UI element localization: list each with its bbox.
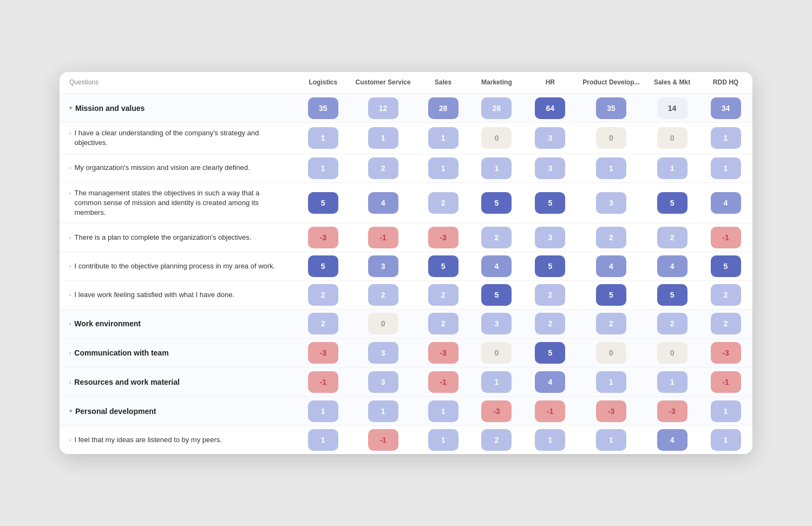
value-chip: 3: [368, 342, 398, 364]
question-cell-1: • I have a clear understanding of the co…: [60, 123, 296, 154]
value-cell-r7-c0: 2: [296, 310, 350, 339]
section-toggle[interactable]: › Communication with team: [69, 348, 169, 359]
value-cell-r5-c3: 4: [470, 252, 523, 281]
question-cell-10[interactable]: ▾ Personal development: [60, 397, 296, 426]
value-chip: 4: [481, 255, 512, 277]
value-cell-r11-c4: 1: [523, 426, 577, 455]
value-cell-r9-c2: -1: [416, 367, 470, 397]
value-chip: 12: [368, 97, 398, 119]
value-chip: -1: [711, 371, 741, 393]
value-chip: 5: [308, 192, 338, 214]
value-cell-r7-c5: 2: [577, 310, 645, 339]
value-chip: 1: [596, 157, 626, 179]
question-cell-7[interactable]: › Work environment: [60, 310, 296, 339]
sub-question-row: • My organization's mission and vision a…: [60, 154, 752, 182]
sub-question-row: • There is a plan to complete the organi…: [60, 223, 752, 252]
value-cell-r9-c1: 3: [350, 367, 416, 397]
value-cell-r8-c6: 0: [645, 338, 699, 367]
value-chip: 1: [428, 400, 459, 422]
data-table: Questions LogisticsCustomer ServiceSales…: [60, 72, 752, 455]
value-chip: 1: [428, 127, 459, 149]
section-label: Mission and values: [75, 103, 145, 114]
value-chip: 3: [368, 255, 398, 277]
sub-question-text: • I contribute to the objective planning…: [69, 261, 286, 271]
value-chip: 2: [428, 192, 459, 214]
value-cell-r6-c0: 2: [296, 281, 350, 310]
value-cell-r9-c3: 1: [470, 367, 523, 397]
value-cell-r1-c3: 0: [470, 123, 523, 154]
section-toggle[interactable]: › Work environment: [69, 319, 141, 330]
question-cell-9[interactable]: › Resources and work material: [60, 367, 296, 397]
value-chip: 5: [481, 284, 512, 306]
value-cell-r6-c7: 2: [699, 281, 752, 310]
value-chip: 64: [535, 97, 565, 119]
value-chip: 0: [481, 127, 512, 149]
section-label: Resources and work material: [74, 377, 180, 388]
sub-question-text: • There is a plan to complete the organi…: [69, 233, 286, 242]
value-cell-r5-c1: 3: [350, 252, 416, 281]
value-chip: 26: [481, 97, 512, 119]
question-text: I leave work feeling satisfied with what…: [75, 290, 235, 300]
value-chip: 1: [711, 429, 741, 451]
bullet-icon: •: [69, 165, 71, 172]
question-text: I feel that my ideas are listened to by …: [75, 435, 222, 445]
value-cell-r5-c7: 5: [699, 252, 752, 281]
value-chip: -3: [657, 400, 687, 422]
question-cell-8[interactable]: › Communication with team: [60, 338, 296, 367]
sub-question-row: • I feel that my ideas are listened to b…: [60, 426, 752, 455]
value-cell-r4-c6: 2: [645, 223, 699, 252]
value-chip: 1: [308, 400, 338, 422]
question-cell-11: • I feel that my ideas are listened to b…: [60, 426, 296, 455]
value-chip: 0: [368, 313, 398, 334]
value-cell-r9-c7: -1: [699, 367, 752, 397]
section-toggle[interactable]: › Resources and work material: [69, 377, 180, 388]
value-cell-r6-c6: 5: [645, 281, 699, 310]
value-chip: 2: [711, 313, 741, 334]
value-chip: 1: [596, 429, 626, 451]
value-cell-r10-c6: -3: [645, 397, 699, 426]
section-label: Personal development: [75, 406, 156, 417]
col-header-6: Sales & Mkt: [645, 72, 699, 94]
table-wrapper: Questions LogisticsCustomer ServiceSales…: [60, 72, 752, 455]
col-header-0: Logistics: [296, 72, 350, 94]
value-chip: 2: [657, 313, 687, 334]
bullet-icon: •: [69, 263, 71, 271]
value-cell-r5-c4: 5: [523, 252, 577, 281]
col-header-5: Product Develop...: [577, 72, 645, 94]
value-chip: -1: [368, 429, 398, 451]
question-cell-0[interactable]: ▾ Mission and values: [60, 94, 296, 123]
section-toggle[interactable]: ▾ Mission and values: [69, 103, 145, 114]
value-chip: 5: [428, 255, 459, 277]
section-row: › Work environment 20232222: [60, 310, 752, 339]
value-chip: 2: [428, 313, 459, 334]
value-chip: -1: [428, 371, 459, 393]
value-chip: 0: [657, 127, 687, 149]
bullet-icon: •: [69, 234, 71, 242]
value-chip: -3: [428, 342, 459, 364]
question-cell-3: • The management states the objectives i…: [60, 182, 296, 223]
section-toggle[interactable]: ▾ Personal development: [69, 406, 156, 417]
value-cell-r7-c6: 2: [645, 310, 699, 339]
col-header-7: RDD HQ: [699, 72, 752, 94]
value-cell-r10-c1: 1: [350, 397, 416, 426]
value-cell-r2-c4: 3: [523, 154, 577, 182]
main-card: Questions LogisticsCustomer ServiceSales…: [60, 72, 752, 455]
sub-question-row: • I have a clear understanding of the co…: [60, 123, 752, 154]
value-cell-r0-c2: 28: [416, 94, 470, 123]
question-cell-2: • My organization's mission and vision a…: [60, 154, 296, 182]
value-cell-r8-c0: -3: [296, 338, 350, 367]
value-cell-r4-c7: -1: [699, 223, 752, 252]
value-chip: 1: [657, 371, 687, 393]
chevron-icon: ›: [69, 320, 71, 328]
value-cell-r2-c7: 1: [699, 154, 752, 182]
col-header-1: Customer Service: [350, 72, 416, 94]
value-chip: 34: [711, 97, 741, 119]
section-row: ▾ Personal development 111-3-1-3-31: [60, 397, 752, 426]
col-header-2: Sales: [416, 72, 470, 94]
value-chip: -1: [711, 227, 741, 248]
chevron-icon: ▾: [69, 407, 72, 415]
value-cell-r7-c4: 2: [523, 310, 577, 339]
value-chip: 1: [368, 127, 398, 149]
value-cell-r3-c6: 5: [645, 182, 699, 223]
value-cell-r5-c0: 5: [296, 252, 350, 281]
